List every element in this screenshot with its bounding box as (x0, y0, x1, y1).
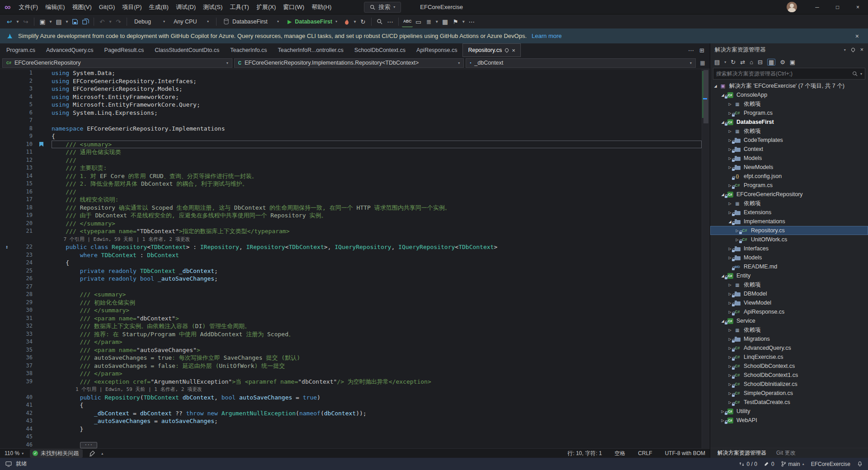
chevron-down-icon[interactable]: ▾ (724, 60, 726, 64)
navigate-forward-icon[interactable]: ↪ (21, 16, 31, 27)
tree-row-NewModels[interactable]: ▷NewModels (710, 163, 868, 172)
tree-row-Program.cs[interactable]: ▷C#Program.cs (710, 181, 868, 190)
chevron-down-icon[interactable]: ▾ (844, 48, 846, 52)
tree-row--[interactable]: ▷▦依赖项 (710, 127, 868, 136)
solution-search-input[interactable] (716, 70, 849, 77)
tree-row-SimpleOperation.cs[interactable]: ▷C#SimpleOperation.cs (710, 389, 868, 398)
tree-row-Extensions[interactable]: ▷Extensions (710, 208, 868, 217)
tree-row-Implementations[interactable]: ◢Implementations (710, 217, 868, 226)
tree-row-Migrations[interactable]: ▷Migrations (710, 334, 868, 343)
tree-row-efpt.config.json[interactable]: {}efpt.config.json (710, 172, 868, 181)
code-health-indicator[interactable]: ✓ 未找到相关问题 (30, 449, 83, 458)
tree-row-AdvancedQuery.cs[interactable]: ▷C#AdvancedQuery.cs (710, 343, 868, 352)
tab-ApiResponse.cs[interactable]: ApiResponse.cs (411, 43, 462, 57)
tree-row-SchoolDbInitializer.cs[interactable]: ▷C#SchoolDbInitializer.cs (710, 380, 868, 389)
tree-row--[interactable]: ▷▦依赖项 (710, 325, 868, 334)
menu-item-0[interactable]: 文件(F) (15, 0, 42, 14)
tab-close-icon[interactable]: × (512, 47, 515, 53)
find-in-files-icon[interactable] (375, 16, 385, 27)
tree-row-ApiResponse.cs[interactable]: ▷C#ApiResponse.cs (710, 307, 868, 316)
chevron-expanded-icon[interactable]: ◢ (712, 84, 719, 88)
editor-scrollbar[interactable] (702, 69, 710, 448)
undo-icon[interactable]: ↶ (97, 16, 107, 27)
save-icon[interactable] (70, 16, 80, 27)
code-editor[interactable]: 1using System.Data;2using EFCoreGenericR… (0, 69, 710, 448)
spell-checker-icon[interactable]: ABC (402, 16, 413, 27)
undo-caret-icon[interactable]: ▾ (108, 16, 113, 27)
document-outline-icon[interactable]: ▦ (697, 60, 708, 66)
startup-project-dropdown[interactable]: DatabaseFirst ▾ (220, 16, 283, 27)
background-tasks-icon[interactable] (5, 461, 12, 467)
menu-item-9[interactable]: 扩展(X) (253, 0, 279, 14)
member-dropdown[interactable]: ▪ _dbContext ▾ (466, 58, 696, 68)
tree-row-README.md[interactable]: MDREADME.md (710, 262, 868, 271)
tree-row--EFCoreExercise-7-7-[interactable]: ◢▣解决方案 'EFCoreExercise' (7 个项目, 共 7 个) (710, 81, 868, 90)
infobar-close-icon[interactable]: × (853, 33, 862, 40)
type-dropdown[interactable]: C EFCoreGenericRepository.Implementation… (234, 58, 464, 68)
save-all-icon[interactable] (80, 16, 90, 27)
indent-icon[interactable]: ▦ (440, 16, 450, 27)
pin-icon[interactable] (505, 47, 509, 52)
bookmark-caret-icon[interactable]: ▾ (461, 16, 466, 27)
panel-tab-Git-更改[interactable]: Git 更改 (772, 448, 800, 458)
minimize-button[interactable]: ─ (807, 0, 827, 14)
menu-item-10[interactable]: 窗口(W) (279, 0, 308, 14)
menu-item-4[interactable]: 项目(P) (118, 0, 145, 14)
account-avatar[interactable] (787, 2, 797, 12)
infobar-learn-more-link[interactable]: Learn more (532, 33, 561, 39)
configuration-dropdown[interactable]: Debug ▾ (130, 16, 169, 27)
sync-icon[interactable]: ↻ (731, 59, 736, 66)
tree-row-SchoolDbContext.cs[interactable]: ▷C#SchoolDbContext.cs (710, 362, 868, 371)
tree-row-EFCoreGenericRepository[interactable]: ◢C#EFCoreGenericRepository (710, 190, 868, 199)
split-window-icon[interactable]: ⊞ (699, 47, 704, 54)
menu-item-1[interactable]: 编辑(E) (42, 0, 68, 14)
panel-close-icon[interactable]: × (860, 47, 863, 53)
tree-row-Service[interactable]: ◢C#Service (710, 316, 868, 325)
maximize-button[interactable]: □ (827, 0, 848, 14)
tree-row-Entity[interactable]: ◢C#Entity (710, 271, 868, 280)
zoom-dropdown[interactable]: 110 % ▾ (5, 450, 24, 456)
tree-row-UnitOfWork.cs[interactable]: ▷C#UnitOfWork.cs (710, 235, 868, 244)
new-project-icon[interactable]: ▣ (38, 16, 47, 27)
menu-item-8[interactable]: 工具(T) (226, 0, 253, 14)
tab-SchoolDbContext.cs[interactable]: SchoolDbContext.cs (349, 43, 411, 57)
menu-item-3[interactable]: Git(G) (95, 0, 118, 14)
sync-with-active-document-icon[interactable]: ▦ (767, 59, 775, 66)
toggle-comment-icon[interactable]: ▭ (413, 16, 423, 27)
hot-reload-icon[interactable] (342, 16, 352, 27)
tree-row--[interactable]: ▷▦依赖项 (710, 199, 868, 208)
line-ending[interactable]: CRLF (638, 450, 652, 456)
scrollbar-thumb[interactable] (703, 70, 708, 123)
refresh-icon[interactable]: ↻ (358, 16, 368, 27)
quick-search-box[interactable]: 搜索 ▾ (364, 2, 401, 13)
tree-row--[interactable]: ▷▦依赖项 (710, 99, 868, 108)
new-project-caret-icon[interactable]: ▾ (48, 16, 53, 27)
start-debugging-button[interactable]: ▶ DatabaseFirst ▾ (283, 16, 341, 27)
tab-TeacherInfo.cs[interactable]: TeacherInfo.cs (225, 43, 272, 57)
chevron-up-icon[interactable]: ▴ (101, 451, 103, 456)
tree-row-TestDataCreate.cs[interactable]: ▷C#TestDataCreate.cs (710, 398, 868, 407)
properties-gear-icon[interactable]: ⚙ (780, 59, 785, 66)
tree-row-SchoolDbContext1.cs[interactable]: ▷C#SchoolDbContext1.cs (710, 371, 868, 380)
scope-icon[interactable]: ⇄ (740, 59, 745, 66)
chevron-collapsed-icon[interactable]: ▷ (726, 283, 733, 287)
tab-Program.cs[interactable]: Program.cs (1, 43, 41, 57)
menu-item-7[interactable]: 测试(S) (199, 0, 226, 14)
repository-name[interactable]: EFCoreExercise (811, 461, 850, 467)
collapse-all-icon[interactable]: ⊟ (758, 59, 763, 66)
chevron-down-icon[interactable]: ▾ (860, 72, 862, 76)
chevron-collapsed-icon[interactable]: ▷ (726, 328, 733, 332)
cursor-position[interactable]: 行: 10, 字符: 1 (567, 450, 602, 457)
solution-tree[interactable]: ◢▣解决方案 'EFCoreExercise' (7 个项目, 共 7 个)◢C… (710, 80, 868, 448)
platform-dropdown[interactable]: Any CPU ▾ (170, 16, 213, 27)
menu-item-11[interactable]: 帮助(H) (308, 0, 335, 14)
more-commands-icon[interactable]: ⋯ (385, 16, 395, 27)
tree-row-WebAPI[interactable]: ▷C#WebAPI (710, 416, 868, 425)
hot-reload-caret-icon[interactable]: ▾ (352, 16, 358, 27)
menu-item-5[interactable]: 生成(B) (146, 0, 172, 14)
navigate-back-icon[interactable]: ↩ (5, 16, 14, 27)
panel-tab-解决方案资源管理器[interactable]: 解决方案资源管理器 (713, 448, 771, 458)
indentation-mode[interactable]: 空格 (614, 450, 625, 457)
tab-ClassStudentCountDto.cs[interactable]: ClassStudentCountDto.cs (149, 43, 225, 57)
home-icon[interactable]: ⌂ (750, 59, 753, 66)
